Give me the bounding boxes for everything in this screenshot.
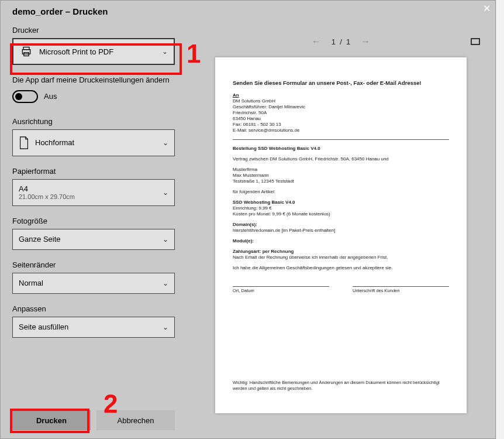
margins-select[interactable]: Normal ⌄ — [12, 273, 175, 294]
fullscreen-icon[interactable] — [471, 38, 480, 45]
doc-company: DM Solutions GmbH — [233, 98, 449, 104]
chevron-down-icon: ⌄ — [163, 235, 168, 243]
doc-headline: Senden Sie dieses Formular an unsere Pos… — [233, 80, 449, 87]
doc-fax: Fax: 06181 - 502 30 13 — [233, 122, 449, 128]
doc-art-setup: Einrichtung: 9,99 € — [233, 205, 449, 211]
chevron-down-icon: ⌄ — [162, 47, 168, 56]
page-navigator: ← 1 / 1 → — [198, 26, 484, 57]
chevron-down-icon: ⌄ — [163, 279, 168, 287]
doc-cust3: Teststraße 1, 12345 Teststadt — [233, 179, 449, 184]
prev-page-icon[interactable]: ← — [312, 36, 321, 47]
page-sep: / — [340, 37, 342, 46]
doc-for-articles: für folgenden Artikel: — [233, 189, 449, 195]
chevron-down-icon: ⌄ — [163, 139, 168, 147]
close-icon[interactable]: ✕ — [483, 3, 491, 14]
permission-text: Die App darf meine Druckeinstellungen än… — [12, 76, 175, 85]
permission-state: Aus — [44, 92, 57, 101]
doc-pay-h: Zahlungsart: per Rechnung — [233, 249, 449, 255]
background-window-edge — [496, 0, 504, 439]
window-title: demo_order – Drucken — [1, 1, 495, 26]
doc-note: Wichtig: Handschriftliche Bemerkungen un… — [233, 380, 449, 391]
doc-accept: Ich habe die Allgemeinen Geschäftsbeding… — [233, 265, 449, 271]
doc-an-label: An — [233, 92, 239, 98]
doc-modules-h: Modul(e): — [233, 238, 449, 244]
doc-cust2: Max Mustermann — [233, 173, 449, 179]
paper-selected: A4 — [19, 184, 28, 193]
cancel-button[interactable]: Abbrechen — [96, 410, 175, 430]
chevron-down-icon: ⌄ — [163, 323, 168, 331]
page-portrait-icon — [19, 136, 29, 149]
photo-size-selected: Ganze Seite — [19, 235, 61, 243]
page-preview: Senden Sie dieses Formular an unsere Pos… — [215, 57, 467, 413]
doc-pay-t: Nach Erhalt der Rechnung überweise ich i… — [233, 255, 449, 260]
doc-sig-right: Unterschrift des Kunden — [353, 286, 449, 293]
permission-toggle[interactable] — [12, 90, 38, 103]
page-indicator: 1 / 1 — [332, 37, 351, 46]
printer-select[interactable]: Microsoft Print to PDF ⌄ — [12, 38, 175, 65]
page-total: 1 — [346, 37, 350, 46]
print-dialog: ✕ demo_order – Drucken Drucker Microsoft… — [0, 0, 496, 439]
doc-art-monthly: Kosten pro Monat: 9,99 € (6 Monate koste… — [233, 211, 449, 217]
doc-manager: Geschäftsführer: Danijel Mlinarevic — [233, 104, 449, 110]
doc-email: E-Mail: service@dmsolutions.de — [233, 128, 449, 133]
paper-label: Papierformat — [12, 167, 175, 176]
orientation-label: Ausrichtung — [12, 117, 175, 126]
orientation-select[interactable]: Hochformat ⌄ — [12, 129, 175, 156]
printer-label: Drucker — [12, 26, 175, 35]
settings-panel: Drucker Microsoft Print to PDF ⌄ Die App… — [1, 26, 187, 438]
doc-order-title: Bestellung SSD Webhosting Basic V4.0 — [233, 146, 449, 152]
printer-icon — [20, 46, 32, 57]
doc-cust1: Musterfirma — [233, 167, 449, 173]
photo-size-select[interactable]: Ganze Seite ⌄ — [12, 229, 175, 250]
fit-selected: Seite ausfüllen — [19, 323, 68, 331]
orientation-selected: Hochformat — [35, 138, 74, 147]
fit-select[interactable]: Seite ausfüllen ⌄ — [12, 317, 175, 338]
doc-street: Friedrichstr. 50A — [233, 110, 449, 116]
svg-rect-0 — [23, 47, 29, 50]
doc-domains-v: hierstehtihredomain.de [im Paket-Preis e… — [233, 228, 449, 234]
doc-city: 63450 Hanau — [233, 116, 449, 122]
photo-size-label: Fotogröße — [12, 217, 175, 225]
paper-dimensions: 21.00cm x 29.70cm — [19, 193, 75, 200]
paper-select[interactable]: A4 21.00cm x 29.70cm ⌄ — [12, 179, 175, 206]
print-button[interactable]: Drucken — [12, 410, 91, 430]
doc-domains-h: Domain(s): — [233, 222, 449, 228]
preview-panel: ← 1 / 1 → Senden Sie dieses Formular an … — [187, 26, 495, 438]
margins-label: Seitenränder — [12, 260, 175, 269]
fit-label: Anpassen — [12, 304, 175, 313]
chevron-down-icon: ⌄ — [163, 188, 168, 197]
printer-selected: Microsoft Print to PDF — [39, 47, 113, 56]
next-page-icon[interactable]: → — [361, 36, 370, 47]
doc-art-name: SSD Webhosting Basic V4.0 — [233, 200, 449, 205]
margins-selected: Normal — [19, 279, 43, 287]
doc-contract-between: Vertrag zwischen DM Solutions GmbH, Frie… — [233, 156, 449, 162]
doc-sig-left: Ort, Datum — [233, 286, 329, 293]
page-current: 1 — [332, 37, 336, 46]
toggle-knob — [15, 93, 22, 100]
